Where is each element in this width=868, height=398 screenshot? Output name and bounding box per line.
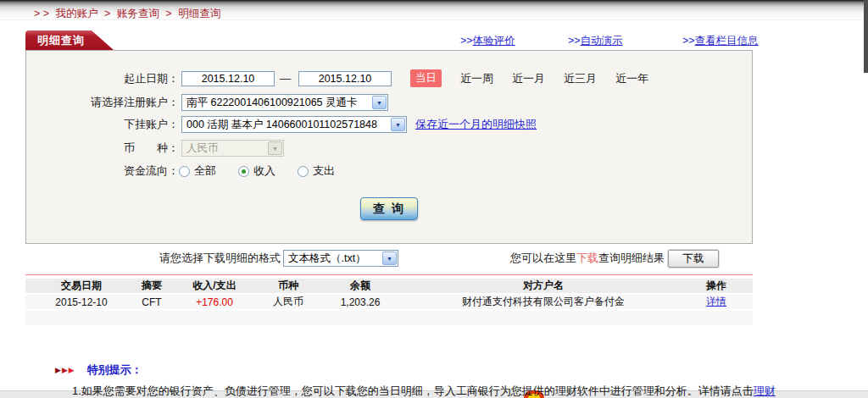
fund-flow-radio-group: 全部 收入 支出: [179, 163, 357, 179]
breadcrumb-item-my-account[interactable]: 我的账户: [56, 8, 98, 19]
table-header-row: 交易日期 摘要 收入/支出 币种 余额 对方户名 操作: [25, 279, 753, 293]
link-prefix: >>: [682, 35, 695, 47]
registered-account-select[interactable]: 南平 6222001406100921065 灵通卡 ▼: [181, 94, 388, 111]
cell-action: 详情: [680, 295, 753, 309]
col-header-action: 操作: [680, 279, 753, 293]
breadcrumb-item-account-query[interactable]: 账务查询: [117, 8, 159, 19]
breadcrumb-separator: >: [165, 8, 171, 19]
col-header-date: 交易日期: [25, 279, 137, 293]
currency-label: 币 种：: [26, 141, 179, 156]
download-row: 请您选择下载明细的格式 文本格式（.txt） ▼ 您可以在这里下载查询明细结果 …: [25, 249, 753, 268]
radio-all-circle[interactable]: [179, 166, 190, 177]
radio-expense-circle[interactable]: [298, 166, 309, 177]
link-prefix: >>: [568, 35, 581, 47]
range-year-link[interactable]: 近一年: [615, 71, 648, 86]
red-separator-line: [25, 274, 753, 275]
chevron-down-icon: ▼: [268, 141, 282, 155]
chevron-down-icon: ▼: [382, 252, 397, 265]
currency-row: 币 种： 人民币 ▼: [26, 140, 752, 157]
radio-expense-label: 支出: [313, 163, 335, 179]
radio-income-label: 收入: [253, 163, 275, 179]
col-header-amount: 收入/支出: [166, 279, 263, 293]
radio-income-circle-checked[interactable]: [238, 166, 249, 177]
registered-account-label: 请选择注册账户：: [26, 95, 179, 110]
sub-account-label: 下挂账户：: [26, 117, 179, 132]
triangle-icon: ▶: [69, 366, 75, 374]
cell-currency: 人民币: [263, 295, 314, 309]
col-header-currency: 币种: [263, 279, 314, 293]
link-experience-review[interactable]: >>体验评价: [460, 34, 515, 48]
radio-all-label: 全部: [194, 163, 216, 179]
link-auto-demo[interactable]: >>自动演示: [568, 34, 623, 48]
date-dash: —: [280, 72, 291, 85]
download-button[interactable]: 下载: [668, 250, 719, 268]
table-row: 2015-12-10 CFT +176.00 人民币 1,203.26 财付通支…: [25, 295, 753, 309]
cell-summary: CFT: [137, 295, 166, 309]
main-container: 明细查询 >>体验评价 >>自动演示 >>查看栏目信息 起止日期： — 当日 近…: [25, 30, 753, 398]
date-to-input[interactable]: [298, 71, 392, 86]
link-prefix: >>: [460, 35, 473, 47]
currency-select-disabled: 人民币 ▼: [181, 140, 284, 157]
download-hint-red: 下载: [576, 251, 598, 266]
notice-body: 1.如果您需要对您的银行资产、负债进行管理，您可以下载您的当日明细，导入工商银行…: [55, 383, 777, 398]
tab-row: 明细查询 >>体验评价 >>自动演示 >>查看栏目信息: [25, 30, 753, 50]
transactions-table: 交易日期 摘要 收入/支出 币种 余额 对方户名 操作 2015-12-10 C…: [25, 277, 753, 327]
notice-text: 1.如果您需要对您的银行资产、负债进行管理，您可以下载您的当日明细，导入工商银行…: [72, 384, 754, 397]
save-monthly-snapshot-link[interactable]: 保存近一个月的明细快照: [415, 117, 537, 132]
table-footer-strip: [25, 311, 753, 325]
date-range-row: 起止日期： — 当日 近一周 近一月 近三月 近一年: [26, 69, 752, 87]
col-header-counterparty: 对方户名: [407, 279, 680, 293]
fund-flow-row: 资金流向： 全部 收入 支出: [26, 163, 752, 179]
radio-income[interactable]: 收入: [238, 163, 275, 179]
tab-detail-query[interactable]: 明细查询: [25, 30, 114, 50]
sub-account-select[interactable]: 000 活期 基本户 1406600101102571848 ▼: [181, 116, 407, 133]
cell-amount: +176.00: [166, 295, 263, 309]
notice-title: 特别提示：: [87, 362, 142, 378]
registered-account-row: 请选择注册账户： 南平 6222001406100921065 灵通卡 ▼: [26, 94, 752, 111]
date-from-input[interactable]: [181, 71, 275, 86]
notice-title-row: ▶ ▶ ▶ 特别提示：: [55, 362, 777, 378]
range-today-badge[interactable]: 当日: [410, 69, 442, 87]
range-quarter-link[interactable]: 近三月: [564, 71, 597, 86]
link-column-info[interactable]: >>查看栏目信息: [682, 34, 759, 48]
download-hint-before: 您可以在这里: [510, 251, 576, 266]
breadcrumb: > > 我的账户 > 账务查询 > 明细查询: [0, 0, 868, 19]
chevron-down-icon: ▼: [391, 118, 405, 131]
query-button-row: 查 询: [26, 197, 752, 220]
triangle-icon: ▶: [55, 366, 61, 374]
radio-all[interactable]: 全部: [179, 163, 216, 179]
col-header-summary: 摘要: [137, 279, 166, 293]
download-hint-group: 您可以在这里下载查询明细结果 下载: [510, 250, 753, 268]
sub-account-row: 下挂账户： 000 活期 基本户 1406600101102571848 ▼ 保…: [26, 116, 752, 133]
date-range-label: 起止日期：: [26, 71, 179, 86]
query-form-panel: 起止日期： — 当日 近一周 近一月 近三月 近一年 请选择注册账户： 南平 6…: [25, 50, 753, 244]
fund-flow-label: 资金流向：: [26, 163, 179, 179]
detail-link[interactable]: 详情: [706, 296, 726, 307]
range-week-link[interactable]: 近一周: [460, 71, 493, 86]
breadcrumb-prefix: > >: [34, 8, 49, 19]
range-month-link[interactable]: 近一月: [512, 71, 545, 86]
download-format-select[interactable]: 文本格式（.txt） ▼: [283, 250, 398, 267]
chevron-down-icon: ▼: [372, 96, 387, 109]
triangle-icon: ▶: [62, 366, 68, 374]
download-hint-after: 查询明细结果: [598, 251, 665, 266]
col-header-balance: 余额: [314, 279, 407, 293]
query-button[interactable]: 查 询: [360, 197, 418, 220]
breadcrumb-separator: >: [104, 8, 110, 19]
download-format-label: 请您选择下载明细的格式: [159, 251, 281, 266]
scrollbar-thumb[interactable]: [864, 0, 868, 73]
cell-date: 2015-12-10: [25, 295, 137, 309]
special-notice-section: ▶ ▶ ▶ 特别提示： 1.如果您需要对您的银行资产、负债进行管理，您可以下载您…: [55, 362, 777, 398]
radio-expense[interactable]: 支出: [298, 163, 335, 179]
cell-counterparty: 财付通支付科技有限公司客户备付金: [407, 295, 680, 309]
breadcrumb-item-detail-query[interactable]: 明细查询: [178, 8, 220, 19]
cell-balance: 1,203.26: [314, 295, 407, 309]
